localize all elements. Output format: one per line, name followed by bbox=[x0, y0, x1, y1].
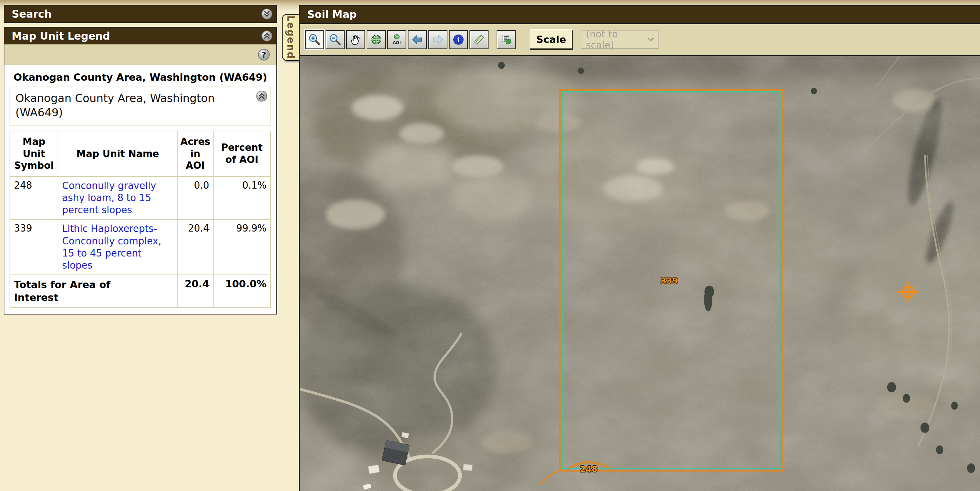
col-header-percent: Percent of AOI bbox=[213, 131, 270, 176]
search-panel: Search bbox=[4, 5, 277, 23]
scale-select-value: (not to scale) bbox=[586, 29, 647, 51]
ruler-icon bbox=[473, 33, 485, 46]
forward-button[interactable] bbox=[428, 30, 447, 49]
print-map-icon bbox=[500, 33, 513, 46]
search-header[interactable]: Search bbox=[5, 5, 276, 22]
map-unit-name-link[interactable]: Conconully gravelly ashy loam, 8 to 15 p… bbox=[62, 180, 173, 216]
map-unit-legend-panel: Map Unit Legend ? Okanogan County Area, … bbox=[4, 27, 277, 315]
scale-button[interactable]: Scale bbox=[530, 29, 573, 50]
map-unit-legend-header[interactable]: Map Unit Legend bbox=[5, 27, 276, 44]
map-unit-legend-content: Okanogan County Area, Washington (WA649)… bbox=[5, 65, 276, 314]
aoi-icon: AOI bbox=[390, 33, 403, 46]
col-header-acres: Acres in AOI bbox=[177, 131, 213, 176]
acres-value: 0.0 bbox=[177, 176, 213, 220]
back-arrow-icon bbox=[411, 33, 424, 46]
identify-button[interactable]: i bbox=[449, 30, 468, 49]
soil-map-panel: Soil Map bbox=[299, 5, 980, 491]
pan-hand-icon bbox=[349, 33, 362, 46]
scale-select[interactable]: (not to scale) bbox=[581, 30, 659, 49]
table-row: 248 Conconully gravelly ashy loam, 8 to … bbox=[10, 176, 270, 220]
soil-map-toolbar: AOI i bbox=[300, 24, 980, 55]
survey-area-section: Okanogan County Area, Washington (WA649) bbox=[10, 87, 271, 126]
zoom-out-button[interactable] bbox=[326, 30, 345, 49]
zoom-in-icon bbox=[308, 33, 321, 46]
totals-row: Totals for Area of Interest 20.4 100.0% bbox=[10, 275, 270, 307]
globe-icon bbox=[370, 33, 383, 46]
svg-text:?: ? bbox=[262, 50, 266, 59]
soil-map-header: Soil Map bbox=[300, 6, 980, 24]
collapse-up-icon[interactable] bbox=[261, 30, 273, 42]
map-unit-label-248: 248 bbox=[580, 464, 598, 474]
map-unit-symbol: 248 bbox=[10, 176, 58, 220]
help-icon[interactable]: ? bbox=[257, 48, 270, 61]
legend-tab-label: Legend bbox=[285, 16, 296, 59]
map-unit-legend-toolbar: ? bbox=[5, 44, 276, 65]
svg-text:i: i bbox=[457, 36, 460, 44]
measure-button[interactable] bbox=[469, 30, 488, 49]
map-unit-legend-title: Map Unit Legend bbox=[12, 30, 110, 42]
map-unit-name-link[interactable]: Lithic Haploxerepts-Conconully complex, … bbox=[62, 223, 173, 272]
totals-acres: 20.4 bbox=[177, 275, 213, 307]
forward-arrow-icon bbox=[431, 33, 444, 46]
survey-area-heading: Okanogan County Area, Washington (WA649) bbox=[10, 72, 271, 83]
zoom-to-aoi-button[interactable]: AOI bbox=[387, 30, 406, 49]
terrain bbox=[300, 56, 980, 491]
scale-button-label: Scale bbox=[536, 34, 566, 45]
soil-map-image[interactable]: 339 248 bbox=[300, 56, 980, 491]
map-viewport: 339 248 bbox=[300, 55, 980, 491]
percent-value: 0.1% bbox=[213, 176, 270, 220]
search-title: Search bbox=[12, 8, 51, 20]
col-header-name: Map Unit Name bbox=[58, 131, 177, 176]
percent-value: 99.9% bbox=[213, 219, 270, 275]
chevron-down-icon bbox=[647, 37, 654, 42]
table-row: 339 Lithic Haploxerepts-Conconully compl… bbox=[10, 219, 270, 275]
zoom-to-extent-button[interactable] bbox=[367, 30, 386, 49]
map-unit-symbol: 339 bbox=[10, 219, 58, 275]
soil-map-title: Soil Map bbox=[307, 8, 357, 21]
map-unit-label-339: 339 bbox=[660, 276, 678, 286]
totals-label: Totals for Area of Interest bbox=[14, 278, 153, 304]
map-unit-table: Map Unit Symbol Map Unit Name Acres in A… bbox=[10, 130, 271, 308]
pan-button[interactable] bbox=[346, 30, 365, 49]
info-icon: i bbox=[452, 33, 465, 46]
zoom-out-icon bbox=[328, 33, 342, 46]
totals-percent: 100.0% bbox=[213, 275, 270, 307]
acres-value: 20.4 bbox=[177, 219, 213, 275]
legend-tab[interactable]: Legend bbox=[282, 14, 299, 61]
zoom-in-button[interactable] bbox=[305, 30, 324, 49]
col-header-symbol: Map Unit Symbol bbox=[10, 131, 58, 176]
survey-area-title: Okanogan County Area, Washington (WA649) bbox=[16, 92, 215, 119]
collapse-section-icon[interactable] bbox=[256, 90, 267, 102]
aoi-icon-text: AOI bbox=[393, 40, 401, 45]
print-map-button[interactable] bbox=[496, 30, 516, 49]
back-button[interactable] bbox=[408, 30, 427, 49]
collapse-down-icon[interactable] bbox=[261, 8, 273, 20]
table-header-row: Map Unit Symbol Map Unit Name Acres in A… bbox=[10, 131, 270, 176]
